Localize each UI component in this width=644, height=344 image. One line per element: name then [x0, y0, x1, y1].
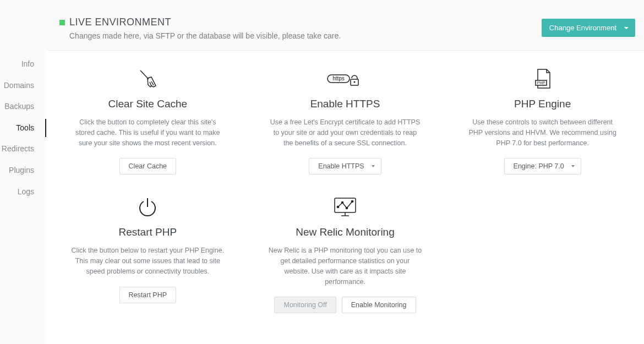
svg-text:https: https	[332, 75, 345, 81]
svg-point-16	[351, 201, 353, 203]
sidebar-item-tools[interactable]: Tools	[0, 119, 46, 138]
tool-php-engine: PHP PHP Engine Use these controls to swi…	[452, 65, 633, 174]
svg-point-15	[346, 208, 347, 209]
tool-title: New Relic Monitoring	[296, 226, 395, 238]
sidebar-item-domains[interactable]: Domains	[0, 77, 46, 95]
tool-title: Enable HTTPS	[310, 98, 380, 110]
page-subtitle: Changes made here, via SFTP or the datab…	[69, 31, 341, 40]
tool-description: Click the button to completely clear thi…	[70, 117, 225, 148]
enable-https-dropdown[interactable]: Enable HTTPS	[309, 158, 381, 174]
tool-enable-https: https Enable HTTPS Use a free Let's Encr…	[255, 65, 436, 174]
tool-new-relic: New Relic Monitoring New Relic is a PHP …	[255, 193, 436, 313]
main-area: LIVE ENVIRONMENT Changes made here, via …	[46, 0, 644, 344]
monitoring-status-badge: Monitoring Off	[274, 297, 336, 313]
tool-description: New Relic is a PHP monitoring tool you c…	[268, 245, 422, 287]
sidebar-item-logs[interactable]: Logs	[0, 183, 46, 201]
svg-text:PHP: PHP	[537, 81, 545, 85]
content: Clear Site Cache Click the button to com…	[46, 50, 644, 344]
svg-point-6	[353, 81, 355, 83]
sidebar-item-redirects[interactable]: Redirects	[0, 140, 46, 159]
clear-cache-button[interactable]: Clear Cache	[119, 158, 176, 174]
power-icon	[135, 193, 160, 221]
https-lock-icon: https	[323, 65, 367, 92]
sidebar-item-plugins[interactable]: Plugins	[0, 161, 46, 180]
svg-line-2	[150, 82, 151, 86]
svg-line-1	[151, 81, 154, 85]
tool-title: Clear Site Cache	[108, 98, 188, 110]
header: LIVE ENVIRONMENT Changes made here, via …	[46, 0, 644, 50]
broom-icon	[135, 65, 160, 92]
tool-title: PHP Engine	[514, 98, 571, 110]
page-title: LIVE ENVIRONMENT	[69, 17, 171, 28]
enable-monitoring-button[interactable]: Enable Monitoring	[342, 297, 416, 313]
tool-description: Click the button below to restart your P…	[70, 245, 225, 276]
change-environment-dropdown[interactable]: Change Environment	[542, 19, 635, 37]
tool-description: Use these controls to switch between dif…	[466, 117, 620, 148]
php-engine-dropdown[interactable]: Engine: PHP 7.0	[504, 158, 581, 174]
tool-clear-cache: Clear Site Cache Click the button to com…	[57, 65, 238, 174]
svg-point-14	[341, 202, 343, 204]
tool-title: Restart PHP	[119, 226, 177, 238]
sidebar-item-info[interactable]: Info	[0, 55, 46, 74]
sidebar-item-backups[interactable]: Backups	[0, 97, 46, 116]
tool-description: Use a free Let's Encrypt certificate to …	[268, 117, 422, 148]
svg-point-13	[337, 206, 339, 208]
tool-restart-php: Restart PHP Click the button below to re…	[57, 193, 238, 313]
sidebar: Info Domains Backups Tools Redirects Plu…	[0, 0, 46, 344]
restart-php-button[interactable]: Restart PHP	[119, 287, 176, 303]
monitor-chart-icon	[331, 193, 359, 221]
php-file-icon: PHP	[530, 65, 555, 92]
environment-indicator-icon	[59, 20, 65, 25]
